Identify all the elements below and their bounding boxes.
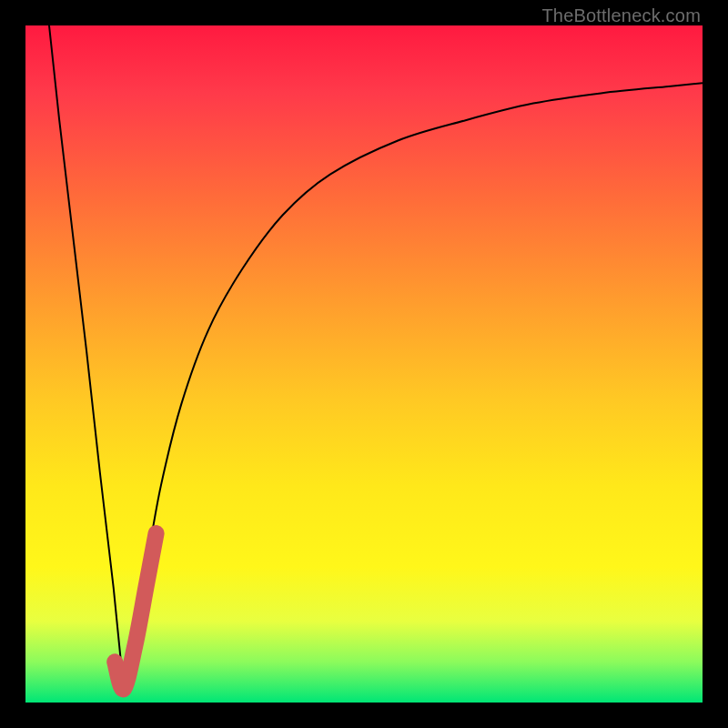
curve-right-branch xyxy=(124,83,703,689)
watermark-text: TheBottleneck.com xyxy=(541,5,701,26)
chart-svg xyxy=(25,25,703,703)
plot-area xyxy=(25,25,703,703)
highlight-j-marker xyxy=(115,533,156,689)
chart-frame: TheBottleneck.com xyxy=(0,0,728,728)
curve-left-branch xyxy=(49,25,124,689)
